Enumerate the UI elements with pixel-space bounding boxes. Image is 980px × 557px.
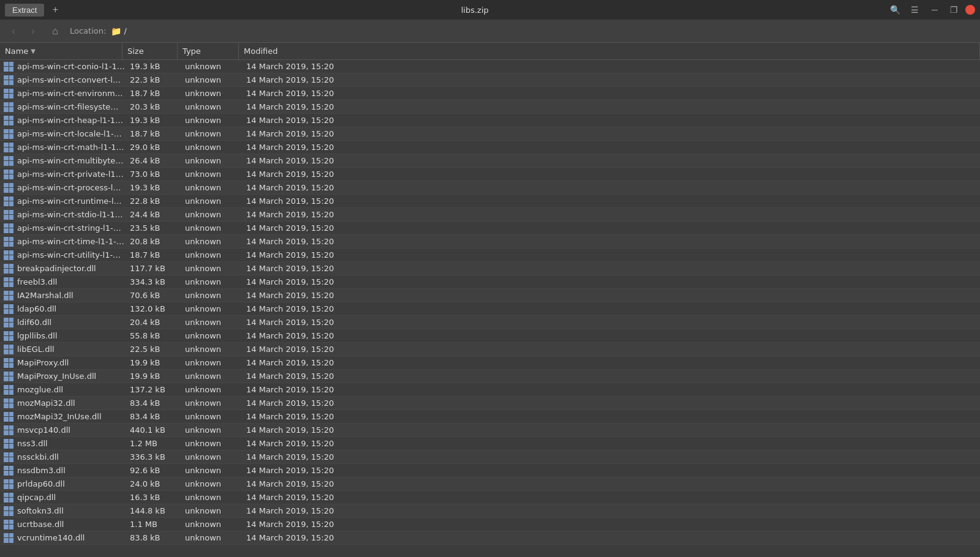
- table-row[interactable]: ucrtbase.dll1.1 MBunknown14 March 2019, …: [0, 518, 980, 531]
- dll-file-icon: [2, 520, 15, 529]
- table-row[interactable]: api-ms-win-crt-heap-l1-1-0.dll19.3 kBunk…: [0, 114, 980, 127]
- file-name: ldap60.dll: [15, 304, 125, 313]
- table-row[interactable]: freebl3.dll334.3 kBunknown14 March 2019,…: [0, 275, 980, 289]
- table-row[interactable]: api-ms-win-crt-filesystem-l1-1-...20.3 k…: [0, 100, 980, 114]
- table-row[interactable]: mozMapi32_InUse.dll83.4 kBunknown14 Marc…: [0, 410, 980, 424]
- file-size: 132.0 kB: [125, 304, 180, 313]
- dll-file-icon: [2, 264, 15, 274]
- file-modified: 14 March 2019, 15:20: [241, 318, 980, 327]
- table-row[interactable]: lgpllibs.dll55.8 kBunknown14 March 2019,…: [0, 329, 980, 343]
- file-size: 440.1 kB: [125, 425, 180, 435]
- file-name: ucrtbase.dll: [15, 520, 125, 529]
- table-row[interactable]: mozMapi32.dll83.4 kBunknown14 March 2019…: [0, 397, 980, 410]
- file-type: unknown: [180, 331, 241, 340]
- table-row[interactable]: api-ms-win-crt-string-l1-1-0.dll23.5 kBu…: [0, 222, 980, 235]
- table-row[interactable]: prldap60.dll24.0 kBunknown14 March 2019,…: [0, 477, 980, 491]
- file-modified: 14 March 2019, 15:20: [241, 304, 980, 313]
- table-row[interactable]: api-ms-win-crt-utility-l1-1-0.dll18.7 kB…: [0, 249, 980, 262]
- table-row[interactable]: ldap60.dll132.0 kBunknown14 March 2019, …: [0, 302, 980, 316]
- file-type: unknown: [180, 304, 241, 313]
- table-row[interactable]: api-ms-win-crt-multibyte-l1-1-0-...26.4 …: [0, 154, 980, 168]
- file-modified: 14 March 2019, 15:20: [241, 89, 980, 98]
- file-modified: 14 March 2019, 15:20: [241, 425, 980, 435]
- dll-file-icon: [2, 345, 15, 354]
- file-modified: 14 March 2019, 15:20: [241, 345, 980, 354]
- file-size: 20.8 kB: [125, 237, 180, 246]
- file-size: 92.6 kB: [125, 466, 180, 475]
- file-size: 1.2 MB: [125, 439, 180, 448]
- file-type: unknown: [180, 102, 241, 111]
- table-row[interactable]: MapiProxy_InUse.dll19.9 kBunknown14 Marc…: [0, 370, 980, 383]
- file-name: api-ms-win-crt-filesystem-l1-1-...: [15, 102, 125, 111]
- table-row[interactable]: breakpadinjector.dll117.7 kBunknown14 Ma…: [0, 262, 980, 275]
- close-button[interactable]: ✕: [965, 5, 975, 15]
- table-row[interactable]: api-ms-win-crt-conio-l1-1-0.dll19.3 kBun…: [0, 60, 980, 73]
- table-row[interactable]: api-ms-win-crt-time-l1-1-0.dll20.8 kBunk…: [0, 235, 980, 249]
- dll-file-icon: [2, 425, 15, 435]
- table-row[interactable]: MapiProxy.dll19.9 kBunknown14 March 2019…: [0, 356, 980, 370]
- file-type: unknown: [180, 493, 241, 502]
- table-row[interactable]: ldif60.dll20.4 kBunknown14 March 2019, 1…: [0, 316, 980, 329]
- table-row[interactable]: api-ms-win-crt-private-l1-1-0.dll73.0 kB…: [0, 168, 980, 181]
- home-button[interactable]: ⌂: [47, 23, 64, 40]
- table-row[interactable]: nssdbm3.dll92.6 kBunknown14 March 2019, …: [0, 464, 980, 477]
- titlebar-left: Extract +: [5, 2, 62, 17]
- forward-button[interactable]: ›: [24, 23, 42, 40]
- table-row[interactable]: api-ms-win-crt-math-l1-1-0.dll29.0 kBunk…: [0, 141, 980, 154]
- file-size: 24.0 kB: [125, 479, 180, 488]
- file-modified: 14 March 2019, 15:20: [241, 264, 980, 273]
- file-size: 20.3 kB: [125, 102, 180, 111]
- extract-button[interactable]: Extract: [5, 4, 44, 17]
- table-row[interactable]: api-ms-win-crt-process-l1-1-0.dll19.3 kB…: [0, 181, 980, 195]
- table-row[interactable]: nssckbi.dll336.3 kBunknown14 March 2019,…: [0, 450, 980, 464]
- column-header-name[interactable]: Name ▼: [0, 43, 123, 59]
- folder-icon: 📁: [111, 26, 121, 36]
- file-name: vcruntime140.dll: [15, 533, 125, 542]
- column-header-type[interactable]: Type: [178, 43, 239, 59]
- table-row[interactable]: mozglue.dll137.2 kBunknown14 March 2019,…: [0, 383, 980, 397]
- file-type: unknown: [180, 520, 241, 529]
- file-type: unknown: [180, 250, 241, 260]
- location-path: 📁 /: [111, 26, 126, 36]
- minimize-button[interactable]: ─: [926, 2, 943, 17]
- file-size: 137.2 kB: [125, 385, 180, 394]
- table-row[interactable]: api-ms-win-crt-runtime-l1-1-0.dll22.8 kB…: [0, 195, 980, 208]
- file-list: api-ms-win-crt-conio-l1-1-0.dll19.3 kBun…: [0, 60, 980, 557]
- dll-file-icon: [2, 318, 15, 327]
- file-type: unknown: [180, 291, 241, 300]
- file-name: mozMapi32.dll: [15, 398, 125, 408]
- table-row[interactable]: api-ms-win-crt-convert-l1-1-0.dll22.3 kB…: [0, 73, 980, 87]
- file-size: 70.6 kB: [125, 291, 180, 300]
- table-row[interactable]: api-ms-win-crt-stdio-l1-1-0.dll24.4 kBun…: [0, 208, 980, 222]
- new-tab-button[interactable]: +: [48, 2, 62, 17]
- file-type: unknown: [180, 277, 241, 286]
- table-row[interactable]: api-ms-win-crt-environment-l1-...18.7 kB…: [0, 87, 980, 100]
- dll-file-icon: [2, 156, 15, 166]
- titlebar: Extract + libs.zip 🔍 ☰ ─ ❐ ✕: [0, 0, 980, 20]
- table-row[interactable]: IA2Marshal.dll70.6 kBunknown14 March 201…: [0, 289, 980, 302]
- table-row[interactable]: msvcp140.dll440.1 kBunknown14 March 2019…: [0, 424, 980, 437]
- file-modified: 14 March 2019, 15:20: [241, 452, 980, 462]
- search-button[interactable]: 🔍: [887, 2, 904, 17]
- dll-file-icon: [2, 277, 15, 287]
- table-row[interactable]: nss3.dll1.2 MBunknown14 March 2019, 15:2…: [0, 437, 980, 450]
- file-name: msvcp140.dll: [15, 425, 125, 435]
- titlebar-controls: 🔍 ☰ ─ ❐ ✕: [887, 2, 975, 17]
- table-row[interactable]: api-ms-win-crt-locale-l1-1-0.dll18.7 kBu…: [0, 127, 980, 141]
- file-type: unknown: [180, 479, 241, 488]
- menu-button[interactable]: ☰: [907, 2, 924, 17]
- table-row[interactable]: libEGL.dll22.5 kBunknown14 March 2019, 1…: [0, 343, 980, 356]
- restore-button[interactable]: ❐: [946, 2, 963, 17]
- file-name: api-ms-win-crt-time-l1-1-0.dll: [15, 237, 125, 246]
- table-row[interactable]: qipcap.dll16.3 kBunknown14 March 2019, 1…: [0, 491, 980, 504]
- table-row[interactable]: vcruntime140.dll83.8 kBunknown14 March 2…: [0, 531, 980, 545]
- file-type: unknown: [180, 75, 241, 84]
- file-modified: 14 March 2019, 15:20: [241, 250, 980, 260]
- back-button[interactable]: ‹: [5, 23, 22, 40]
- file-size: 22.8 kB: [125, 196, 180, 206]
- column-header-modified[interactable]: Modified: [239, 43, 980, 59]
- file-modified: 14 March 2019, 15:20: [241, 398, 980, 408]
- file-type: unknown: [180, 210, 241, 219]
- table-row[interactable]: softokn3.dll144.8 kBunknown14 March 2019…: [0, 504, 980, 518]
- column-header-size[interactable]: Size: [123, 43, 178, 59]
